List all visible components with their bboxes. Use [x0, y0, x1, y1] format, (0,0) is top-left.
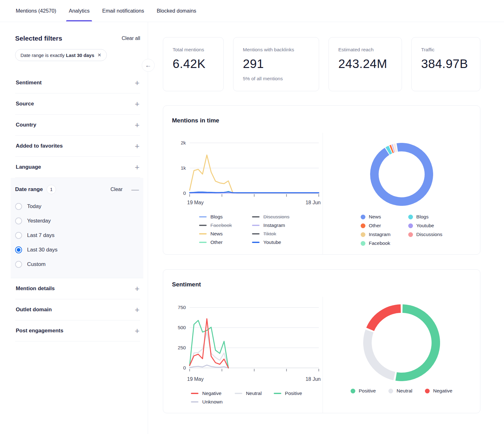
- tab-analytics[interactable]: Analytics: [68, 0, 90, 21]
- expand-plus-icon[interactable]: +: [135, 286, 140, 291]
- date-range-header[interactable]: Date range 1 Clear —: [15, 178, 140, 196]
- legend-item-positive[interactable]: Positive: [351, 388, 376, 394]
- expand-plus-icon[interactable]: +: [135, 144, 140, 149]
- legend-item-blogs[interactable]: Blogs: [199, 214, 232, 220]
- filter-section-label: Added to favorites: [16, 143, 63, 149]
- legend-item-negative[interactable]: Negative: [425, 388, 452, 394]
- svg-text:2k: 2k: [181, 140, 186, 145]
- legend-dot-swatch: [361, 215, 365, 219]
- legend-label: Positive: [359, 388, 376, 394]
- legend-label: Instagram: [369, 232, 391, 237]
- radio-button[interactable]: [15, 203, 22, 210]
- legend-item-blogs[interactable]: Blogs: [408, 214, 443, 220]
- legend-item-youtube[interactable]: Youtube: [408, 223, 443, 228]
- legend-item-neutral[interactable]: Neutral: [388, 388, 412, 394]
- stat-card-traffic: Traffic384.97B: [411, 37, 480, 91]
- legend-item-facebook[interactable]: Facebook: [361, 240, 391, 246]
- date-range-option-today[interactable]: Today: [15, 199, 140, 214]
- mentions-in-time-card: Mentions in time 01k2k19 May18 Jun Blogs…: [163, 105, 480, 255]
- legend-item-discussions[interactable]: Discussions: [252, 214, 289, 220]
- left-arrow-icon: ←: [145, 62, 152, 69]
- sentiment-card: Sentiment 025050075019 May18 Jun Negativ…: [163, 269, 480, 413]
- tab-mentions-42570-[interactable]: Mentions (42570): [15, 0, 57, 21]
- legend-label: Instagram: [263, 223, 285, 228]
- expand-plus-icon[interactable]: +: [135, 328, 140, 333]
- filter-section-country[interactable]: Country+: [15, 115, 140, 136]
- sentiment-card-title: Sentiment: [163, 270, 480, 297]
- svg-text:500: 500: [178, 325, 186, 330]
- date-range-option-last-30-days[interactable]: Last 30 days: [15, 243, 140, 257]
- clear-all-button[interactable]: Clear all: [122, 36, 140, 41]
- legend-item-neutral[interactable]: Neutral: [235, 391, 262, 396]
- filter-section-post-engagements[interactable]: Post engagements+: [15, 320, 140, 341]
- radio-button[interactable]: [15, 261, 22, 268]
- expand-plus-icon[interactable]: +: [135, 101, 140, 106]
- filter-section-mention-details[interactable]: Mention details+: [15, 278, 140, 299]
- stat-value: 243.24M: [338, 57, 392, 71]
- legend-line-swatch: [252, 233, 260, 234]
- legend-label: Discussions: [263, 214, 289, 220]
- legend-line-swatch: [199, 233, 207, 234]
- expand-plus-icon[interactable]: +: [135, 307, 140, 312]
- date-range-clear-button[interactable]: Clear: [111, 187, 123, 192]
- filter-section-added-to-favorites[interactable]: Added to favorites+: [15, 136, 140, 157]
- legend-line-swatch: [252, 242, 260, 243]
- filter-section-sentiment[interactable]: Sentiment+: [15, 72, 140, 93]
- legend-item-news[interactable]: News: [361, 214, 391, 220]
- stat-card-estimated-reach: Estimated reach243.24M: [329, 37, 402, 91]
- legend-label: Neutral: [246, 391, 262, 396]
- mentions-line-chart: 01k2k19 May18 Jun: [171, 137, 323, 206]
- legend-label: Negative: [202, 391, 221, 396]
- radio-label: Last 30 days: [27, 247, 57, 253]
- legend-line-swatch: [191, 393, 198, 394]
- date-range-option-last-7-days[interactable]: Last 7 days: [15, 228, 140, 243]
- legend-dot-swatch: [361, 223, 365, 228]
- date-range-option-custom[interactable]: Custom: [15, 257, 140, 272]
- legend-label: Blogs: [416, 214, 429, 220]
- legend-item-instagram[interactable]: Instagram: [252, 223, 289, 228]
- legend-item-youtube[interactable]: Youtube: [252, 240, 289, 245]
- svg-text:18 Jun: 18 Jun: [306, 376, 321, 382]
- filter-chip-date-range[interactable]: Date range is exactly Last 30 days ✕: [15, 49, 107, 61]
- expand-plus-icon[interactable]: +: [135, 165, 140, 170]
- legend-item-positive[interactable]: Positive: [274, 391, 302, 396]
- legend-item-news[interactable]: News: [199, 231, 232, 237]
- stat-label: Total mentions: [173, 47, 214, 53]
- legend-label: Neutral: [397, 388, 412, 394]
- tab-email-notifications[interactable]: Email notifications: [101, 0, 145, 21]
- legend-line-swatch: [274, 393, 281, 394]
- legend-item-discussions[interactable]: Discussions: [408, 232, 443, 237]
- radio-button[interactable]: [15, 246, 22, 253]
- legend-item-instagram[interactable]: Instagram: [361, 232, 391, 237]
- radio-button[interactable]: [15, 217, 22, 224]
- legend-label: News: [369, 214, 381, 220]
- filter-section-source[interactable]: Source+: [15, 93, 140, 115]
- legend-dot-swatch: [361, 241, 365, 246]
- expand-plus-icon[interactable]: +: [135, 122, 140, 127]
- legend-item-other[interactable]: Other: [361, 223, 391, 228]
- legend-item-negative[interactable]: Negative: [191, 391, 223, 396]
- tab-blocked-domains[interactable]: Blocked domains: [156, 0, 197, 21]
- legend-label: Other: [210, 240, 223, 245]
- radio-button[interactable]: [15, 232, 22, 239]
- sidebar-collapse-button[interactable]: ←: [142, 59, 155, 72]
- legend-item-unknown[interactable]: Unknown: [191, 399, 223, 405]
- legend-item-tiktok[interactable]: Tiktok: [252, 231, 289, 237]
- legend-item-facebook[interactable]: Facebook: [199, 223, 232, 228]
- collapse-section-icon[interactable]: —: [131, 185, 139, 194]
- radio-label: Today: [27, 203, 41, 210]
- filter-section-language[interactable]: Language+: [15, 157, 140, 178]
- legend-dot-swatch: [388, 389, 393, 393]
- radio-label: Custom: [27, 261, 46, 268]
- legend-dot-swatch: [408, 232, 413, 237]
- expand-plus-icon[interactable]: +: [135, 80, 140, 85]
- legend-item-other[interactable]: Other: [199, 240, 232, 245]
- legend-line-swatch: [252, 225, 260, 226]
- legend-label: Tiktok: [263, 231, 276, 237]
- date-range-option-yesterday[interactable]: Yesterday: [15, 214, 140, 228]
- filter-section-outlet-domain[interactable]: Outlet domain+: [15, 299, 140, 320]
- legend-label: Unknown: [202, 399, 223, 405]
- stat-subtext: 5% of all mentions: [243, 76, 309, 82]
- chip-remove-icon[interactable]: ✕: [97, 52, 101, 58]
- legend-dot-swatch: [351, 389, 355, 393]
